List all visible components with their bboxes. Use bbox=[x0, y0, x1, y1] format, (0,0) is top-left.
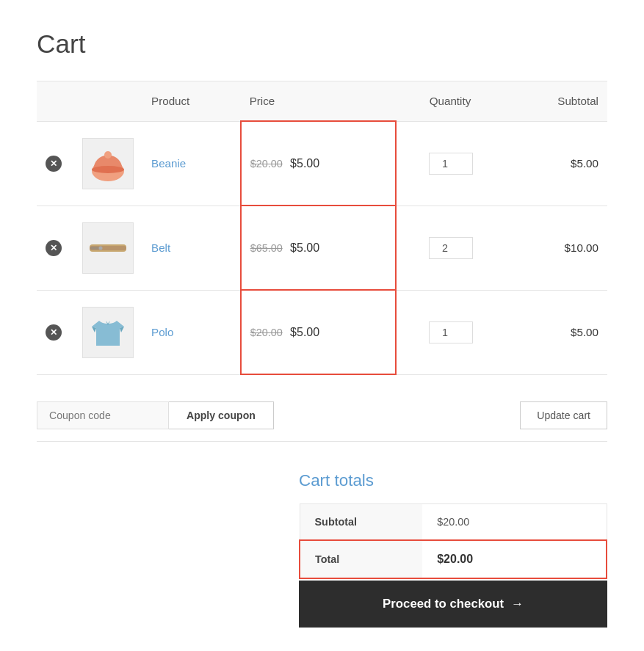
table-row: ✕ Belt $65.00 $5.00 bbox=[37, 206, 607, 290]
belt-subtotal: $10.00 bbox=[504, 206, 607, 290]
remove-icon: ✕ bbox=[46, 324, 62, 341]
polo-current-price: $5.00 bbox=[290, 326, 319, 338]
total-value: $20.00 bbox=[422, 540, 607, 578]
col-thumb-header bbox=[73, 81, 142, 122]
total-row: Total $20.00 bbox=[300, 540, 607, 578]
col-subtotal-header: Subtotal bbox=[504, 81, 607, 122]
subtotal-row: Subtotal $20.00 bbox=[300, 504, 607, 541]
cart-totals-title: Cart totals bbox=[299, 471, 607, 490]
remove-polo-button[interactable]: ✕ bbox=[46, 324, 62, 341]
col-remove-header bbox=[37, 81, 73, 122]
svg-point-1 bbox=[92, 166, 124, 173]
cart-table: Product Price Quantity Subtotal ✕ bbox=[37, 81, 607, 375]
polo-name-cell: Polo bbox=[142, 290, 241, 374]
subtotal-value: $20.00 bbox=[422, 504, 607, 541]
page-title: Cart bbox=[37, 29, 607, 59]
remove-cell: ✕ bbox=[37, 290, 73, 374]
beanie-name-cell: Beanie bbox=[142, 121, 241, 206]
svg-rect-5 bbox=[90, 247, 99, 250]
beanie-current-price: $5.00 bbox=[290, 157, 319, 170]
beanie-price-cell: $20.00 $5.00 bbox=[241, 121, 396, 206]
polo-price-cell: $20.00 $5.00 bbox=[241, 290, 396, 374]
remove-cell: ✕ bbox=[37, 206, 73, 290]
polo-quantity-input[interactable] bbox=[429, 321, 473, 343]
remove-beanie-button[interactable]: ✕ bbox=[46, 156, 62, 172]
polo-quantity-cell bbox=[396, 290, 505, 374]
cart-totals-section: Cart totals Subtotal $20.00 Total $20.00… bbox=[37, 471, 607, 628]
beanie-thumbnail bbox=[82, 138, 134, 189]
belt-name-cell: Belt bbox=[142, 206, 241, 290]
update-cart-button[interactable]: Update cart bbox=[520, 401, 607, 429]
beanie-link[interactable]: Beanie bbox=[151, 157, 186, 170]
thumb-cell bbox=[73, 206, 142, 290]
table-row: ✕ Beanie $20.00 $5.00 bbox=[37, 121, 607, 206]
remove-belt-button[interactable]: ✕ bbox=[46, 240, 62, 256]
col-product-header: Product bbox=[142, 81, 241, 122]
beanie-original-price: $20.00 bbox=[250, 158, 283, 170]
svg-point-2 bbox=[104, 151, 112, 159]
checkout-label: Proceed to checkout bbox=[383, 597, 504, 611]
total-label: Total bbox=[300, 540, 422, 578]
apply-coupon-button[interactable]: Apply coupon bbox=[169, 401, 274, 429]
table-row: ✕ Polo $20.00 $5.00 bbox=[37, 290, 607, 374]
belt-current-price: $5.00 bbox=[290, 241, 319, 254]
belt-thumbnail bbox=[82, 222, 134, 274]
cart-actions: Apply coupon Update cart bbox=[37, 390, 607, 442]
belt-quantity-input[interactable] bbox=[429, 237, 473, 259]
svg-point-6 bbox=[99, 246, 103, 250]
belt-link[interactable]: Belt bbox=[151, 241, 170, 254]
coupon-form: Apply coupon bbox=[37, 401, 274, 429]
remove-icon: ✕ bbox=[46, 156, 62, 172]
col-price-header: Price bbox=[241, 81, 396, 122]
polo-link[interactable]: Polo bbox=[151, 326, 173, 338]
thumb-cell bbox=[73, 121, 142, 206]
remove-cell: ✕ bbox=[37, 121, 73, 206]
subtotal-label: Subtotal bbox=[300, 504, 422, 541]
coupon-input[interactable] bbox=[37, 401, 169, 429]
polo-thumbnail bbox=[82, 307, 134, 358]
proceed-to-checkout-button[interactable]: Proceed to checkout → bbox=[299, 581, 607, 628]
belt-quantity-cell bbox=[396, 206, 505, 290]
polo-subtotal: $5.00 bbox=[504, 290, 607, 374]
thumb-cell bbox=[73, 290, 142, 374]
belt-price-cell: $65.00 $5.00 bbox=[241, 206, 396, 290]
totals-table: Subtotal $20.00 Total $20.00 bbox=[299, 503, 607, 579]
col-quantity-header: Quantity bbox=[396, 81, 505, 122]
belt-original-price: $65.00 bbox=[250, 242, 283, 254]
beanie-quantity-cell bbox=[396, 121, 505, 206]
beanie-subtotal: $5.00 bbox=[504, 121, 607, 206]
polo-original-price: $20.00 bbox=[250, 327, 283, 338]
checkout-arrow-icon: → bbox=[511, 597, 524, 611]
beanie-quantity-input[interactable] bbox=[429, 153, 473, 175]
cart-totals-box: Cart totals Subtotal $20.00 Total $20.00… bbox=[299, 471, 607, 628]
remove-icon: ✕ bbox=[46, 240, 62, 256]
